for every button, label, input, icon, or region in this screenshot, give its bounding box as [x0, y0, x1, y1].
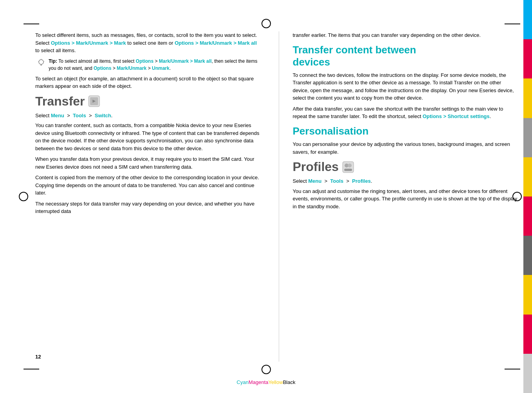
- border-mark-top-right: [505, 24, 520, 24]
- connect-para: To connect the two devices, follow the i…: [293, 71, 519, 102]
- left-column: To select different items, such as messa…: [35, 31, 267, 362]
- profiles-para: You can adjust and customise the ringing…: [293, 187, 519, 211]
- color-tab-red3: [523, 315, 532, 354]
- options-shortcut-link: Options > Shortcut settings: [423, 113, 490, 119]
- cmyk-yellow: Yellow: [269, 379, 283, 385]
- tip-link-unmark: Unmark: [152, 66, 169, 71]
- border-mark-bottom-right: [505, 369, 520, 369]
- transfer-heading-text: Transfer: [35, 94, 85, 109]
- color-tab-yellow2: [523, 157, 532, 196]
- tip-box: Tip: To select almost all items, first s…: [35, 58, 261, 72]
- tip-link-options: Options: [136, 58, 153, 64]
- transfer-select-menu: Select Menu > Tools > Switch.: [35, 112, 261, 120]
- tip-content: Tip: To select almost all items, first s…: [49, 58, 261, 72]
- color-tab-yellow3: [523, 275, 532, 314]
- select-object-text: To select an object (for example, an att…: [35, 75, 261, 90]
- switch-link: Switch: [95, 113, 111, 118]
- svg-point-11: [348, 164, 352, 167]
- cmyk-line: Cyan Magenta Yellow Black: [237, 379, 296, 385]
- color-tab-lightgray: [523, 354, 532, 393]
- border-mark-bottom-left: [24, 369, 39, 369]
- profiles-tools-link: Tools: [330, 178, 343, 184]
- link-options-markall: Options > Mark/Unmark > Mark all: [174, 40, 257, 46]
- tools-link: Tools: [73, 113, 86, 118]
- transfer-body4: The necessary steps for data transfer ma…: [35, 200, 261, 215]
- profiles-select-menu: Select Menu > Tools > Profiles.: [293, 177, 519, 185]
- color-tab-darkgray: [523, 236, 532, 275]
- transfer-body2: When you transfer data from your previou…: [35, 155, 261, 171]
- link-options-mark: Options > Mark/Unmark > Mark: [51, 40, 126, 46]
- transfer-body3: Content is copied from the memory of the…: [35, 174, 261, 197]
- registration-mark-top: [261, 19, 271, 28]
- svg-rect-12: [344, 169, 352, 171]
- tip-link-markunmark2: Mark/Unmark: [117, 66, 147, 71]
- cmyk-cyan: Cyan: [237, 379, 249, 385]
- border-mark-top-left: [24, 24, 39, 24]
- lightbulb-icon: [37, 58, 45, 67]
- cmyk-black: Black: [283, 379, 296, 385]
- color-tab-cyan: [523, 0, 532, 39]
- profiles-menu-link: Menu: [308, 178, 321, 184]
- transfer-content-heading-line2: devices: [293, 56, 330, 68]
- transfer-body4-cont: transfer earlier. The items that you can…: [293, 31, 519, 39]
- profiles-heading-text: Profiles: [293, 160, 339, 174]
- color-tab-gray: [523, 118, 532, 157]
- transfer-content-heading-line1: Transfer content between: [293, 44, 416, 56]
- column-divider: [279, 31, 279, 362]
- after-para: After the data transfer, you can save th…: [293, 105, 519, 120]
- color-tab-yellow: [523, 78, 532, 118]
- profiles-heading: Profiles: [293, 160, 519, 174]
- tip-link-markunmark: Mark/Unmark > Mark all: [159, 58, 211, 64]
- main-content: To select different items, such as messa…: [35, 31, 518, 362]
- registration-mark-bottom: [261, 365, 271, 374]
- cmyk-magenta: Magenta: [249, 379, 269, 385]
- transfer-content-heading: Transfer content between devices: [293, 44, 519, 68]
- right-column: transfer earlier. The items that you can…: [291, 31, 519, 362]
- transfer-body1: You can transfer content, such as contac…: [35, 122, 261, 152]
- color-tab-red: [523, 39, 532, 78]
- personalisation-heading: Personalisation: [293, 125, 519, 137]
- profiles-icon: [341, 160, 355, 174]
- transfer-heading: Transfer: [35, 94, 261, 109]
- profiles-profiles-link: Profiles: [352, 178, 371, 184]
- transfer-icon: [87, 94, 101, 108]
- intro-text: To select different items, such as messa…: [35, 31, 261, 55]
- registration-mark-left: [19, 192, 28, 201]
- svg-point-0: [39, 60, 44, 64]
- tip-link-options2: Options: [94, 66, 111, 71]
- color-tabs: [523, 0, 532, 393]
- color-tab-red2: [523, 196, 532, 236]
- tip-label: Tip:: [49, 58, 57, 64]
- tip-icon: [37, 58, 45, 72]
- personalisation-para: You can personalise your device by adjus…: [293, 140, 519, 156]
- menu-link: Menu: [51, 113, 64, 118]
